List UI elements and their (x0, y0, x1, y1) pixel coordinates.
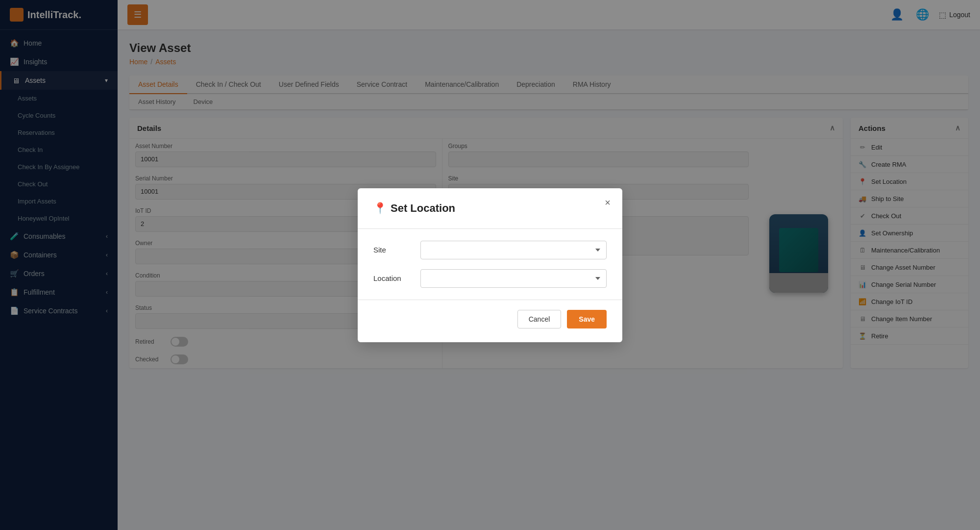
modal-title-icon: 📍 (373, 202, 387, 215)
modal-location-label: Location (373, 274, 413, 282)
modal-site-label: Site (373, 246, 413, 254)
save-button[interactable]: Save (567, 310, 607, 328)
modal-close-button[interactable]: × (601, 196, 614, 210)
modal-title-text: Set Location (391, 202, 455, 215)
modal-site-select[interactable] (420, 241, 607, 259)
modal-top-divider (358, 228, 622, 229)
modal-location-field: Location (373, 269, 607, 288)
modal-site-field: Site (373, 241, 607, 259)
modal-location-select[interactable] (420, 269, 607, 288)
modal-bottom-divider (358, 300, 622, 300)
set-location-modal: × 📍 Set Location Site Location Cancel Sa… (358, 188, 622, 342)
modal-actions: Cancel Save (373, 310, 607, 328)
cancel-button[interactable]: Cancel (517, 310, 562, 328)
modal-overlay[interactable]: × 📍 Set Location Site Location Cancel Sa… (0, 0, 980, 530)
modal-title: 📍 Set Location (373, 202, 607, 215)
